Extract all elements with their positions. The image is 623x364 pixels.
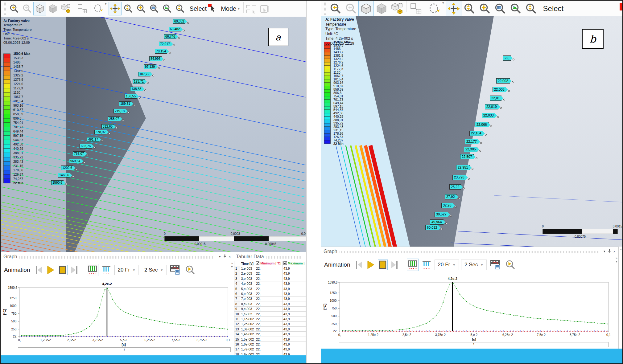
temperature-probe-label[interactable]: 22,002 bbox=[496, 78, 510, 84]
temperature-probe-label[interactable]: 107,72 bbox=[138, 72, 151, 76]
time-cell[interactable]: 1,7e-002 bbox=[240, 347, 255, 352]
table-row[interactable]: 22,e-00322,43,9 bbox=[234, 271, 306, 276]
minimum-cell[interactable]: 22, bbox=[255, 321, 283, 326]
table-row[interactable]: 171,7e-00222,43,9 bbox=[234, 347, 306, 352]
table-row[interactable]: 131,3e-00222,43,9 bbox=[234, 327, 306, 332]
table-row[interactable]: 55,e-00322,43,9 bbox=[234, 286, 306, 291]
time-cell[interactable]: 2,e-003 bbox=[240, 271, 255, 276]
temperature-probe-label[interactable]: 60,032 bbox=[173, 19, 185, 24]
temperature-probe-label[interactable]: 66,746 bbox=[164, 34, 176, 39]
temperature-probe-label[interactable]: 22,033 bbox=[482, 113, 495, 118]
maximum-cell[interactable]: 43,9 bbox=[283, 271, 306, 276]
select-button[interactable]: Select bbox=[190, 5, 207, 12]
temperature-probe-label[interactable]: 39,527 bbox=[435, 212, 448, 217]
dropdown-caret-icon[interactable]: ▾ bbox=[442, 1, 444, 16]
maximum-cell[interactable]: 43,9 bbox=[283, 317, 306, 321]
time-cell[interactable]: 1,2e-002 bbox=[240, 321, 255, 326]
temperature-probe-label[interactable]: 189,81 bbox=[119, 101, 131, 106]
split-window-icon[interactable] bbox=[408, 1, 423, 16]
toolbar-grip[interactable] bbox=[324, 2, 326, 15]
time-slider[interactable]: 1 bbox=[339, 342, 609, 347]
time-cell[interactable]: 9,e-003 bbox=[240, 306, 255, 311]
pane-pin-icon[interactable] bbox=[608, 249, 611, 254]
stop-button[interactable] bbox=[58, 265, 68, 275]
temperature-probe-label[interactable]: 23,726 bbox=[452, 175, 466, 180]
table-row[interactable]: 161,6e-00222,43,9 bbox=[234, 342, 306, 347]
export-video-button[interactable] bbox=[169, 264, 182, 276]
viewport-layout-icon[interactable] bbox=[59, 2, 72, 15]
minimum-cell[interactable]: 22, bbox=[255, 271, 283, 276]
pane-menu-icon[interactable]: ▾ bbox=[219, 255, 221, 259]
time-cell[interactable]: 7,e-003 bbox=[240, 296, 255, 301]
maximum-cell[interactable]: 43,9 bbox=[283, 311, 306, 316]
temperature-probe-label[interactable]: 22,305 bbox=[464, 147, 477, 152]
zoom-previous-icon[interactable] bbox=[7, 2, 20, 15]
load-steps-button[interactable] bbox=[421, 259, 432, 271]
play-button[interactable] bbox=[366, 259, 376, 270]
temperature-probe-label[interactable]: 22,951 bbox=[456, 165, 470, 170]
temperature-probe-label[interactable]: 22, bbox=[503, 55, 511, 61]
temperature-probe-label[interactable]: 22,177 bbox=[465, 139, 478, 144]
minimum-cell[interactable]: 22, bbox=[255, 301, 283, 306]
temperature-probe-label[interactable]: 63,482 bbox=[169, 27, 181, 31]
step-last-button[interactable] bbox=[70, 264, 79, 276]
table-row[interactable]: 141,4e-00222,43,9 bbox=[234, 332, 306, 337]
named-selection-tools-icon[interactable] bbox=[245, 2, 258, 15]
temperature-probe-label[interactable]: 378,92 bbox=[94, 130, 107, 134]
maximum-cell[interactable]: 43,9 bbox=[283, 281, 306, 286]
maximum-cell[interactable]: 43,9 bbox=[283, 337, 306, 342]
maximum-cell[interactable]: 43,9 bbox=[283, 342, 306, 347]
zoom-in-icon[interactable] bbox=[477, 1, 492, 16]
maximum-cell[interactable]: 43,9 bbox=[283, 306, 306, 311]
table-row[interactable]: 99,e-00322,43,9 bbox=[234, 306, 306, 311]
time-cell[interactable]: 3,e-003 bbox=[240, 276, 255, 281]
maximum-cell[interactable]: 43,9 bbox=[283, 266, 306, 271]
toolbar-grip[interactable] bbox=[4, 2, 6, 15]
time-cell[interactable]: 8,e-003 bbox=[240, 301, 255, 306]
temperature-probe-label[interactable]: 1590,6 bbox=[51, 180, 64, 185]
time-cell[interactable]: 1,6e-002 bbox=[240, 342, 255, 347]
time-cell[interactable]: 1,e-003 bbox=[240, 266, 255, 271]
temperature-probe-label[interactable]: 97,139 bbox=[144, 64, 156, 69]
table-row[interactable]: 88,e-00322,43,9 bbox=[234, 301, 306, 306]
maximum-cell[interactable]: 43,9 bbox=[283, 321, 306, 326]
table-row[interactable]: 151,5e-00222,43,9 bbox=[234, 337, 306, 342]
load-steps-button[interactable] bbox=[101, 264, 112, 276]
temperature-probe-label[interactable]: 84,996 bbox=[149, 56, 162, 61]
seconds-dropdown[interactable]: 2 Sec▼ bbox=[141, 265, 167, 275]
table-row[interactable]: 11,e-00322,43,9 bbox=[234, 266, 306, 271]
maximum-cell[interactable]: 43,9 bbox=[283, 276, 306, 281]
time-cell[interactable]: 4,e-003 bbox=[240, 281, 255, 286]
result-sets-button[interactable] bbox=[87, 264, 98, 276]
frames-dropdown[interactable]: 20 Fr▼ bbox=[114, 265, 139, 275]
minimum-cell[interactable]: 22, bbox=[255, 291, 283, 296]
maximum-cell[interactable]: 43,9 bbox=[283, 301, 306, 306]
temperature-probe-label[interactable]: 22,019 bbox=[485, 104, 498, 109]
minimum-cell[interactable]: 22, bbox=[255, 337, 283, 342]
temperature-probe-label[interactable]: 255,07 bbox=[108, 117, 120, 121]
pane-close-icon[interactable]: × bbox=[229, 255, 231, 259]
time-cell[interactable]: 1,e-002 bbox=[240, 311, 255, 316]
pane-close-icon[interactable]: × bbox=[613, 250, 615, 253]
temperature-probe-label[interactable]: 25,22 bbox=[449, 184, 461, 190]
temperature-probe-label[interactable]: 22,005 bbox=[493, 87, 506, 92]
model-display-tools-icon[interactable] bbox=[258, 2, 271, 15]
zoom-fit-icon[interactable] bbox=[492, 1, 508, 16]
time-column-header[interactable]: Time [s] bbox=[240, 261, 255, 266]
rotate-icon[interactable] bbox=[427, 1, 442, 16]
time-cell[interactable]: 6,e-003 bbox=[240, 291, 255, 296]
temperature-probe-label[interactable]: 22,01 bbox=[490, 96, 501, 101]
table-row[interactable]: 33,e-00322,43,9 bbox=[234, 276, 306, 281]
step-first-button[interactable] bbox=[354, 259, 364, 270]
frames-dropdown[interactable]: 20 Fr▼ bbox=[435, 260, 459, 270]
export-video-button[interactable] bbox=[489, 259, 502, 271]
temperature-probe-label[interactable]: 1202,6 bbox=[61, 166, 73, 170]
temperature-probe-label[interactable]: 32,26 bbox=[441, 203, 453, 208]
zoom-refit-icon[interactable] bbox=[173, 2, 186, 15]
minimum-cell[interactable]: 22, bbox=[255, 311, 283, 316]
temperature-probe-label[interactable]: 969,64 bbox=[69, 159, 81, 163]
table-row[interactable]: 111,1e-00222,43,9 bbox=[234, 317, 306, 321]
zoom-chart-button[interactable] bbox=[184, 264, 196, 276]
maximum-column-header[interactable]: Maximum [ bbox=[283, 261, 306, 266]
table-row[interactable]: 77,e-00322,43,9 bbox=[234, 296, 306, 301]
